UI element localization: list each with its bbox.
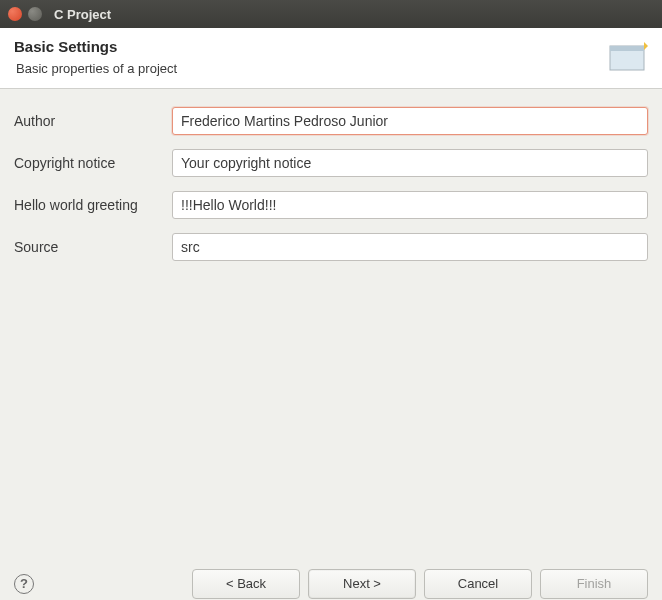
form-content: Author Copyright notice Hello world gree… <box>0 89 662 557</box>
source-label: Source <box>14 239 172 255</box>
dialog-footer: ? < Back Next > Cancel Finish <box>0 557 662 600</box>
svg-marker-2 <box>644 42 648 50</box>
back-button[interactable]: < Back <box>192 569 300 599</box>
minimize-icon[interactable] <box>28 7 42 21</box>
help-icon[interactable]: ? <box>14 574 34 594</box>
source-input[interactable] <box>172 233 648 261</box>
header-text-block: Basic Settings Basic properties of a pro… <box>14 38 177 76</box>
author-input[interactable] <box>172 107 648 135</box>
finish-button: Finish <box>540 569 648 599</box>
copyright-input[interactable] <box>172 149 648 177</box>
author-label: Author <box>14 113 172 129</box>
next-button[interactable]: Next > <box>308 569 416 599</box>
wizard-banner-icon <box>608 40 648 74</box>
titlebar: C Project <box>0 0 662 28</box>
form-row-author: Author <box>14 107 648 135</box>
cancel-button[interactable]: Cancel <box>424 569 532 599</box>
form-row-copyright: Copyright notice <box>14 149 648 177</box>
form-row-greeting: Hello world greeting <box>14 191 648 219</box>
window-title: C Project <box>54 7 111 22</box>
svg-rect-1 <box>610 46 644 51</box>
copyright-label: Copyright notice <box>14 155 172 171</box>
form-row-source: Source <box>14 233 648 261</box>
page-subtitle: Basic properties of a project <box>16 61 177 76</box>
greeting-label: Hello world greeting <box>14 197 172 213</box>
dialog-header: Basic Settings Basic properties of a pro… <box>0 28 662 89</box>
page-title: Basic Settings <box>14 38 177 55</box>
greeting-input[interactable] <box>172 191 648 219</box>
close-icon[interactable] <box>8 7 22 21</box>
